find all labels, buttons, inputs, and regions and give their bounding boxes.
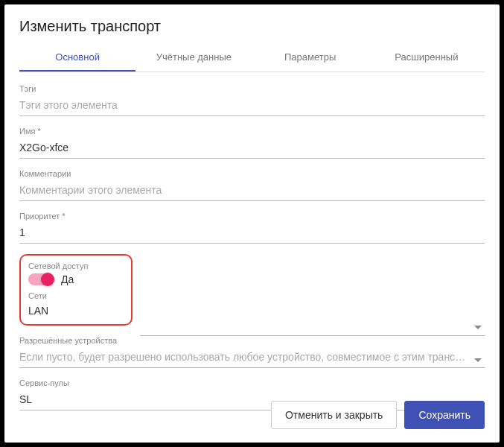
network-access-highlight: Сетевой доступ Да Сети LAN [19,254,133,326]
comments-field: Комментарии [19,169,485,201]
name-input[interactable] [19,139,485,159]
edit-transport-dialog: Изменить транспорт Основной Учётные данн… [4,4,500,443]
chevron-down-icon [474,358,482,362]
tags-label: Тэги [19,84,485,93]
networks-value[interactable]: LAN [28,303,124,320]
name-field: Имя * [19,127,485,159]
cancel-button[interactable]: Отменить и закрыть [271,401,397,429]
netaccess-label: Сетевой доступ [28,261,124,270]
networks-label: Сети [28,291,124,300]
networks-select-line[interactable] [140,320,485,336]
tab-credentials[interactable]: Учётные данные [135,44,252,72]
tags-input[interactable] [19,96,485,116]
dialog-title: Изменить транспорт [19,18,485,35]
tags-field: Тэги [19,84,485,116]
pools-label: Сервис-пулы [19,378,485,387]
priority-label: Приоритет * [19,212,485,221]
comments-input[interactable] [19,181,485,201]
devices-select[interactable] [19,348,485,368]
devices-field: Разрешённые устройства [19,336,485,368]
save-button[interactable]: Сохранить [404,401,485,429]
name-label: Имя * [19,127,485,136]
toggle-knob [41,273,54,286]
tab-parameters[interactable]: Параметры [252,44,369,72]
devices-label: Разрешённые устройства [19,336,485,345]
netaccess-field: Сетевой доступ Да [28,261,124,285]
netaccess-toggle[interactable] [28,273,54,285]
netaccess-state: Да [61,273,74,285]
priority-input[interactable] [19,224,485,244]
dialog-actions: Отменить и закрыть Сохранить [271,401,485,429]
priority-field: Приоритет * [19,212,485,244]
tabs: Основной Учётные данные Параметры Расшир… [19,44,485,72]
chevron-down-icon [474,326,482,329]
tab-main[interactable]: Основной [19,44,135,72]
comments-label: Комментарии [19,169,485,178]
tab-advanced[interactable]: Расширенный [369,44,485,72]
networks-field-inner: Сети LAN [28,291,124,320]
